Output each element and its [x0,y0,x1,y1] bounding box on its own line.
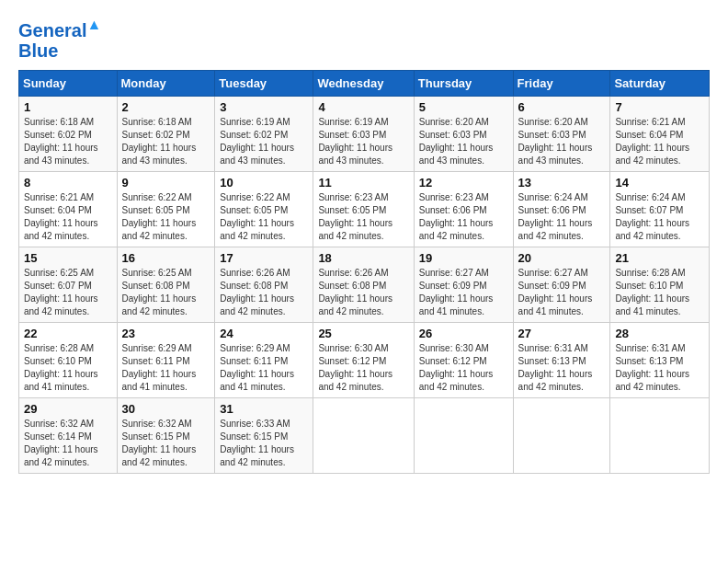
calendar-header-row: SundayMondayTuesdayWednesdayThursdayFrid… [19,70,710,96]
day-number: 17 [220,251,308,265]
day-info: Sunrise: 6:18 AMSunset: 6:02 PMDaylight:… [122,116,210,167]
day-info: Sunrise: 6:22 AMSunset: 6:05 PMDaylight:… [122,191,210,243]
week-row-3: 15 Sunrise: 6:25 AMSunset: 6:07 PMDaylig… [19,247,710,322]
day-number: 5 [419,100,508,114]
calendar-table: SundayMondayTuesdayWednesdayThursdayFrid… [18,70,710,474]
day-info: Sunrise: 6:23 AMSunset: 6:05 PMDaylight:… [318,191,408,243]
day-number: 18 [318,251,408,265]
day-cell: 27 Sunrise: 6:31 AMSunset: 6:13 PMDaylig… [513,322,610,397]
day-info: Sunrise: 6:31 AMSunset: 6:13 PMDaylight:… [615,342,704,394]
header-cell-wednesday: Wednesday [313,70,414,96]
page: General▲ Blue SundayMondayTuesdayWednesd… [0,0,728,483]
day-cell [513,397,610,473]
day-cell [313,397,414,473]
day-number: 6 [518,100,606,114]
day-info: Sunrise: 6:19 AMSunset: 6:02 PMDaylight:… [220,116,308,167]
logo: General▲ Blue [18,17,101,61]
day-cell: 4 Sunrise: 6:19 AMSunset: 6:03 PMDayligh… [313,96,414,171]
day-cell: 31 Sunrise: 6:33 AMSunset: 6:15 PMDaylig… [215,397,313,473]
week-row-5: 29 Sunrise: 6:32 AMSunset: 6:14 PMDaylig… [19,397,710,473]
day-cell: 17 Sunrise: 6:26 AMSunset: 6:08 PMDaylig… [215,247,313,322]
header-cell-monday: Monday [117,70,215,96]
logo-general: General [18,20,86,40]
day-cell: 7 Sunrise: 6:21 AMSunset: 6:04 PMDayligh… [610,96,710,171]
day-info: Sunrise: 6:28 AMSunset: 6:10 PMDaylight:… [24,342,112,394]
week-row-4: 22 Sunrise: 6:28 AMSunset: 6:10 PMDaylig… [19,322,710,397]
day-cell: 15 Sunrise: 6:25 AMSunset: 6:07 PMDaylig… [19,247,118,322]
day-info: Sunrise: 6:29 AMSunset: 6:11 PMDaylight:… [122,342,210,394]
day-number: 4 [318,100,408,114]
day-cell: 18 Sunrise: 6:26 AMSunset: 6:08 PMDaylig… [313,247,414,322]
day-number: 12 [419,176,508,190]
day-cell: 1 Sunrise: 6:18 AMSunset: 6:02 PMDayligh… [19,96,118,171]
day-cell: 19 Sunrise: 6:27 AMSunset: 6:09 PMDaylig… [414,247,513,322]
day-number: 27 [518,327,606,340]
header-cell-friday: Friday [513,70,610,96]
day-info: Sunrise: 6:28 AMSunset: 6:10 PMDaylight:… [615,267,704,318]
day-info: Sunrise: 6:32 AMSunset: 6:15 PMDaylight:… [122,418,210,469]
day-info: Sunrise: 6:21 AMSunset: 6:04 PMDaylight:… [615,116,704,167]
day-info: Sunrise: 6:30 AMSunset: 6:12 PMDaylight:… [419,342,508,394]
day-cell: 20 Sunrise: 6:27 AMSunset: 6:09 PMDaylig… [513,247,610,322]
day-info: Sunrise: 6:25 AMSunset: 6:08 PMDaylight:… [122,267,210,318]
day-info: Sunrise: 6:20 AMSunset: 6:03 PMDaylight:… [518,116,606,167]
day-cell: 26 Sunrise: 6:30 AMSunset: 6:12 PMDaylig… [414,322,513,397]
day-info: Sunrise: 6:22 AMSunset: 6:05 PMDaylight:… [220,191,308,243]
day-info: Sunrise: 6:32 AMSunset: 6:14 PMDaylight:… [24,418,112,469]
day-cell: 6 Sunrise: 6:20 AMSunset: 6:03 PMDayligh… [513,96,610,171]
day-cell: 30 Sunrise: 6:32 AMSunset: 6:15 PMDaylig… [117,397,215,473]
day-cell: 21 Sunrise: 6:28 AMSunset: 6:10 PMDaylig… [610,247,710,322]
day-number: 13 [518,176,606,190]
day-number: 16 [122,251,210,265]
day-cell: 29 Sunrise: 6:32 AMSunset: 6:14 PMDaylig… [19,397,118,473]
day-cell: 9 Sunrise: 6:22 AMSunset: 6:05 PMDayligh… [117,171,215,247]
header: General▲ Blue [18,17,710,61]
day-info: Sunrise: 6:31 AMSunset: 6:13 PMDaylight:… [518,342,606,394]
day-cell: 10 Sunrise: 6:22 AMSunset: 6:05 PMDaylig… [215,171,313,247]
day-number: 14 [615,176,704,190]
day-number: 25 [318,327,408,340]
day-info: Sunrise: 6:26 AMSunset: 6:08 PMDaylight:… [318,267,408,318]
day-cell: 8 Sunrise: 6:21 AMSunset: 6:04 PMDayligh… [19,171,118,247]
day-cell: 13 Sunrise: 6:24 AMSunset: 6:06 PMDaylig… [513,171,610,247]
day-info: Sunrise: 6:29 AMSunset: 6:11 PMDaylight:… [220,342,308,394]
day-cell: 24 Sunrise: 6:29 AMSunset: 6:11 PMDaylig… [215,322,313,397]
day-info: Sunrise: 6:24 AMSunset: 6:07 PMDaylight:… [615,191,704,243]
week-row-2: 8 Sunrise: 6:21 AMSunset: 6:04 PMDayligh… [19,171,710,247]
day-number: 3 [220,100,308,114]
day-info: Sunrise: 6:21 AMSunset: 6:04 PMDaylight:… [24,191,112,243]
day-info: Sunrise: 6:30 AMSunset: 6:12 PMDaylight:… [318,342,408,394]
day-number: 24 [220,327,308,340]
day-info: Sunrise: 6:20 AMSunset: 6:03 PMDaylight:… [419,116,508,167]
day-info: Sunrise: 6:24 AMSunset: 6:06 PMDaylight:… [518,191,606,243]
day-info: Sunrise: 6:27 AMSunset: 6:09 PMDaylight:… [419,267,508,318]
day-number: 1 [24,100,112,114]
header-cell-tuesday: Tuesday [215,70,313,96]
day-cell: 23 Sunrise: 6:29 AMSunset: 6:11 PMDaylig… [117,322,215,397]
day-number: 28 [615,327,704,340]
day-number: 21 [615,251,704,265]
week-row-1: 1 Sunrise: 6:18 AMSunset: 6:02 PMDayligh… [19,96,710,171]
day-number: 8 [24,176,112,190]
day-number: 15 [24,251,112,265]
day-number: 29 [24,402,112,416]
day-cell: 14 Sunrise: 6:24 AMSunset: 6:07 PMDaylig… [610,171,710,247]
day-cell: 2 Sunrise: 6:18 AMSunset: 6:02 PMDayligh… [117,96,215,171]
day-cell [610,397,710,473]
header-cell-thursday: Thursday [414,70,513,96]
day-cell: 22 Sunrise: 6:28 AMSunset: 6:10 PMDaylig… [19,322,118,397]
day-cell: 11 Sunrise: 6:23 AMSunset: 6:05 PMDaylig… [313,171,414,247]
header-cell-saturday: Saturday [610,70,710,96]
day-number: 26 [419,327,508,340]
day-number: 22 [24,327,112,340]
day-cell [414,397,513,473]
day-number: 20 [518,251,606,265]
day-cell: 5 Sunrise: 6:20 AMSunset: 6:03 PMDayligh… [414,96,513,171]
day-number: 7 [615,100,704,114]
day-info: Sunrise: 6:25 AMSunset: 6:07 PMDaylight:… [24,267,112,318]
header-cell-sunday: Sunday [19,70,118,96]
day-number: 10 [220,176,308,190]
day-info: Sunrise: 6:19 AMSunset: 6:03 PMDaylight:… [318,116,408,167]
day-info: Sunrise: 6:27 AMSunset: 6:09 PMDaylight:… [518,267,606,318]
day-cell: 25 Sunrise: 6:30 AMSunset: 6:12 PMDaylig… [313,322,414,397]
